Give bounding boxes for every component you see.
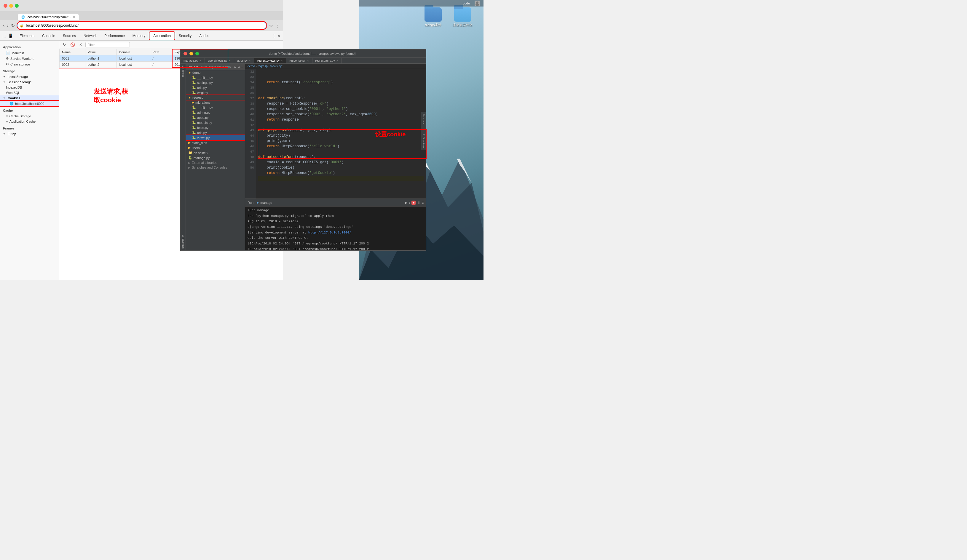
z-tab[interactable]: Z: Structure <box>421 132 426 150</box>
run-pause-button[interactable]: ⏸ <box>417 201 420 205</box>
minimize-button[interactable] <box>9 4 13 8</box>
ide-close-button[interactable] <box>183 52 187 55</box>
cookies-toggle[interactable]: Cookies <box>0 96 59 101</box>
tree-item-reqresp[interactable]: ▼ reqresp <box>186 95 245 100</box>
tree-item-manage[interactable]: 🐍 manage.py <box>186 155 245 160</box>
ide-tab-users-views[interactable]: users/views.py ✕ <box>205 58 234 63</box>
desktop-icon-unnamed[interactable]: 未命名文件夹 <box>451 7 475 27</box>
search-icon-button[interactable]: ✕ <box>78 42 84 48</box>
tab-performance[interactable]: Performance <box>101 32 129 40</box>
tree-item-demo-root[interactable]: ▼ demo <box>186 70 245 75</box>
sidebar-indexeddb[interactable]: IndexedDB <box>0 85 59 90</box>
tab-console[interactable]: Console <box>38 32 59 40</box>
svg-point-5 <box>476 2 479 4</box>
tree-item-reqresp-urls[interactable]: 🐍 urls.py <box>186 130 245 135</box>
project-label: Project <box>188 65 198 69</box>
reload-button[interactable]: ↻ <box>11 23 15 28</box>
structure-tab[interactable]: 1: Project <box>180 64 186 79</box>
project-gear-icon[interactable]: ⚙ <box>238 65 241 69</box>
run-down-button[interactable]: ↓ <box>409 201 410 205</box>
run-output-line: Run: manage <box>248 208 424 213</box>
run-list-button[interactable]: ≡ <box>422 201 424 205</box>
code-editor[interactable]: 32333435363738394041424344454647484950 r… <box>245 69 426 199</box>
ide-tab-reqresp-urls-close[interactable]: ✕ <box>336 59 338 62</box>
frames-toggle[interactable]: ☐ top <box>0 131 59 137</box>
ide-tab-response[interactable]: response.py ✕ <box>286 58 312 63</box>
favorites-tab[interactable]: 2: Favorites <box>180 233 186 250</box>
tree-item-models[interactable]: 🐍 models.py <box>186 120 245 125</box>
tree-item-admin[interactable]: 🐍 admin.py <box>186 110 245 115</box>
refresh-button[interactable]: ↻ <box>62 42 67 48</box>
ide-tab-apps-label: apps.py <box>237 59 248 62</box>
breadcrumb-views: views.py <box>271 64 282 68</box>
tree-item-settings[interactable]: 🐍 settings.py <box>186 80 245 85</box>
project-settings-icon[interactable]: ⚙ <box>234 65 236 69</box>
tree-item-views[interactable]: 🐍 views.py <box>186 135 245 140</box>
tree-item-external-libs[interactable]: ▶ External Libraries <box>186 160 245 165</box>
ide-maximize-button[interactable] <box>195 52 199 55</box>
ide-tab-users-views-close[interactable]: ✕ <box>229 59 231 62</box>
close-button[interactable] <box>3 4 7 8</box>
tree-item-scratches[interactable]: ▶ Scratches and Consoles <box>186 165 245 170</box>
run-stop-button[interactable]: ■ <box>411 201 416 205</box>
tree-item-static[interactable]: ▶ static_files <box>186 140 245 145</box>
desktop-icon-django[interactable]: django讲件 <box>421 7 445 27</box>
sidebar-service-workers[interactable]: ⚙ Service Workers <box>0 56 59 61</box>
tree-item-tests[interactable]: 🐍 tests.py <box>186 125 245 130</box>
tree-item-reqresp-apps[interactable]: 🐍 apps.py <box>186 115 245 120</box>
sidebar-application-cache[interactable]: ≡ Application Cache <box>0 119 59 124</box>
manifest-icon: 📄 <box>6 51 10 55</box>
bookmark-button[interactable]: ☆ <box>269 23 273 28</box>
ide-tab-reqresp-urls[interactable]: reqresp/urls.py ✕ <box>312 58 342 63</box>
tab-sources[interactable]: Sources <box>59 32 79 40</box>
tree-item-reqresp-init[interactable]: 🐍 __init__.py <box>186 105 245 110</box>
ide-minimize-button[interactable] <box>190 52 193 55</box>
run-output-line: [05/Aug/2018 02:24:14] "GET /reqresp/coo… <box>248 247 424 250</box>
menu-button[interactable]: ⋮ <box>276 23 280 28</box>
tab-memory[interactable]: Memory <box>129 32 149 40</box>
devtools-inspect-icon[interactable]: ⬚ <box>2 33 6 38</box>
tab-audits[interactable]: Audits <box>196 32 213 40</box>
sidebar-manifest[interactable]: 📄 Manifest <box>0 50 59 56</box>
filter-input[interactable] <box>85 42 130 48</box>
clear-button[interactable]: 🚫 <box>69 42 76 48</box>
tab-elements[interactable]: Elements <box>16 32 38 40</box>
run-play-button[interactable]: ▶ <box>405 201 407 205</box>
devtools-close-button[interactable]: ✕ <box>277 33 281 38</box>
tab-close-button[interactable]: ✕ <box>73 15 75 19</box>
back-button[interactable]: ‹ <box>3 23 5 28</box>
ide-tab-reqresp-views-close[interactable]: ✕ <box>281 59 283 62</box>
sidebar-web-sql[interactable]: Web SQL <box>0 90 59 96</box>
tree-item-sqlite[interactable]: 📁 db.sqlite3 <box>186 150 245 155</box>
browser-tab-active[interactable]: 🌐 localhost:8000/reqresp/cookf... ✕ <box>18 14 79 20</box>
tree-item-wsgi[interactable]: 🐍 wsgi.py <box>186 90 245 95</box>
structure-right-tab[interactable]: Structure <box>421 112 426 126</box>
address-input[interactable] <box>17 21 267 29</box>
run-manage-tab[interactable]: ▶ manage <box>257 201 272 204</box>
ide-tab-manage[interactable]: manage.py ✕ <box>180 58 205 63</box>
devtools-device-icon[interactable]: 📱 <box>8 33 13 38</box>
maximize-button[interactable] <box>15 4 19 8</box>
ide-tab-reqresp-views[interactable]: reqresp/views.py ✕ <box>254 58 286 63</box>
tab-application[interactable]: Application <box>149 32 175 40</box>
sidebar-cache-storage[interactable]: ≡ Cache Storage <box>0 114 59 119</box>
ide-tab-response-close[interactable]: ✕ <box>307 59 309 62</box>
col-name: Name <box>59 49 85 55</box>
tree-item-migrations[interactable]: ▶ migrations <box>186 100 245 105</box>
tab-network[interactable]: Network <box>80 32 100 40</box>
tab-security[interactable]: Security <box>175 32 195 40</box>
project-minus-icon[interactable]: − <box>241 65 243 69</box>
tree-item-init[interactable]: 🐍 __init__.py <box>186 75 245 80</box>
ide-tab-apps[interactable]: apps.py ✕ <box>234 58 254 63</box>
forward-button[interactable]: › <box>7 23 8 28</box>
ide-tab-apps-close[interactable]: ✕ <box>249 59 251 62</box>
server-url-link[interactable]: http://127.0.0.1:8000/ <box>308 231 351 234</box>
sidebar-cookies-url[interactable]: 🌐 http://localhost:8000 <box>0 101 59 106</box>
session-storage-toggle[interactable]: Session Storage <box>0 79 59 85</box>
devtools-more-button[interactable]: ⋮ <box>272 33 276 38</box>
sidebar-clear-storage[interactable]: ⚙ Clear storage <box>0 61 59 67</box>
local-storage-toggle[interactable]: Local Storage <box>0 74 59 79</box>
tree-item-urls[interactable]: 🐍 urls.py <box>186 85 245 90</box>
tree-item-users[interactable]: ▶ users <box>186 145 245 150</box>
ide-tab-manage-close[interactable]: ✕ <box>199 59 201 62</box>
